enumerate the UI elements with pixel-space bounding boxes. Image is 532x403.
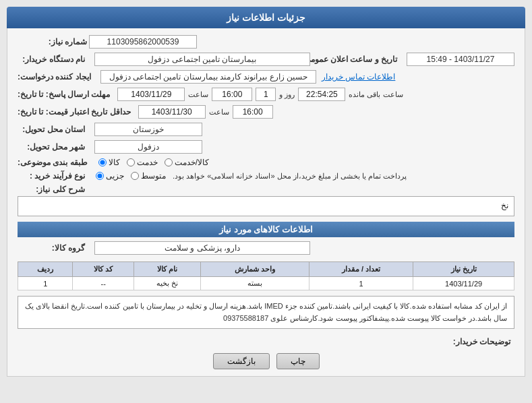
kala-khadamat-label: کالا/خدمت <box>175 158 209 167</box>
ijad-label: ایجاد کننده درخواست: <box>18 72 91 82</box>
shomara-niaz-value: 1103095862000539 <box>89 35 197 49</box>
sharh-label: شرح کلی نیاز: <box>18 185 85 194</box>
cell-tarikh-niaz: 1403/11/29 <box>413 277 514 290</box>
col-kod-kala: کد کالا <box>73 262 134 277</box>
kala-table: تاریخ نیاز تعداد / مقدار واحد شمارش نام … <box>18 261 514 290</box>
col-tedad: تعداد / مقدار <box>309 262 413 277</box>
radio-jozyi[interactable]: جزیی <box>96 171 124 181</box>
shomara-niaz-label: شماره نیاز: <box>20 37 87 46</box>
ijad-link[interactable]: اطلاعات تماس خریدار <box>322 72 396 82</box>
tabaghe-label: طبقه بندی موضوعی: <box>18 158 88 167</box>
group-kala-label: گروه کالا: <box>18 243 85 253</box>
tarikh-ersal-saat: 16:00 <box>212 88 252 101</box>
hadaghall-saat-label: ساعت <box>209 108 229 117</box>
hadaghall-date: 1403/11/30 <box>138 105 206 119</box>
nam-dastgah-value: بیمارستان تامین اجتماعی دزفول <box>94 53 310 66</box>
notice-text: از ایران کد مشابه استفاده شده.کالا با کی… <box>18 296 514 329</box>
now-farayand-label: نوع فرآیند خرید : <box>18 171 85 181</box>
tarikh-ersal-date: 1403/11/29 <box>117 88 185 101</box>
tarikh-ersal-rooz: 1 <box>256 88 276 101</box>
radio-jozyi-input[interactable] <box>96 172 104 180</box>
radio-motevaset-input[interactable] <box>131 172 139 180</box>
rooz-label: روز و <box>279 90 295 99</box>
now-farayand-desc: پرداخت تمام یا بخشی از مبلغ خرید،از محل … <box>173 172 407 181</box>
cell-kod-kala: -- <box>73 277 134 290</box>
hadaghall-label: حداقل تاریخ اعتبار قیمت: تا تاریخ: <box>18 107 131 117</box>
sharh-value: نخ <box>18 196 514 216</box>
col-nam-kala: نام کالا <box>134 262 200 277</box>
btn-chap[interactable]: چاپ <box>276 353 320 369</box>
kala-label: کالا <box>109 158 120 167</box>
page-title: جزئیات اطلاعات نیاز <box>7 7 525 28</box>
group-kala-value: دارو، پزشکی و سلامت <box>94 241 310 255</box>
tarikh-ersal-remaining: 22:54:25 <box>298 88 345 101</box>
jozyi-label: جزیی <box>106 171 124 181</box>
radio-khadamat-input[interactable] <box>127 158 135 166</box>
radio-motevaset[interactable]: متوسط <box>131 171 166 181</box>
radio-kala-input[interactable] <box>98 158 107 166</box>
col-vahed: واحد شمارش <box>201 262 309 277</box>
radio-kala-khadamat[interactable]: کالا/خدمت <box>165 158 209 167</box>
khadamat-label: خدمت <box>137 158 158 167</box>
cell-radif: 1 <box>18 277 73 290</box>
btn-bazgasht[interactable]: بازگشت <box>213 353 270 369</box>
tarikh-elan-value: 1403/11/27 - 15:49 <box>407 53 514 66</box>
col-tarikh-niaz: تاریخ نیاز <box>413 262 514 277</box>
cell-vahed: بسته <box>201 277 309 290</box>
radio-kala-khadamat-input[interactable] <box>165 158 173 166</box>
buyer-notes-row: توضیحات خریدار: <box>18 334 514 346</box>
radio-kala[interactable]: کالا <box>98 158 120 167</box>
table-row: 1403/11/29 1 بسته نخ بخیه -- 1 <box>18 277 514 290</box>
tarikh-ersal-label: مهلت ارسال پاسخ: تا تاریخ: <box>18 90 110 99</box>
remaining-label: ساعت باقی مانده <box>349 90 403 99</box>
shahr-label: شهر محل تحویل: <box>18 142 85 152</box>
saat-label: ساعت <box>188 90 208 99</box>
ostan-label: استان محل تحویل: <box>18 125 85 134</box>
section-kalahai-title: اطلاعات کالاهای مورد نیاز <box>18 222 514 237</box>
radio-khadamat[interactable]: خدمت <box>127 158 158 167</box>
cell-nam-kala: نخ بخیه <box>134 277 200 290</box>
motevaset-label: متوسط <box>141 171 166 181</box>
tarikh-elan-label: تاریخ و ساعت اعلان عمومی: <box>316 55 397 64</box>
ijad-value: حسین زارع بیرانوند کارمند بیمارستان تامی… <box>100 70 316 84</box>
nam-dastgah-label: نام دستگاه خریدار: <box>18 55 85 64</box>
cell-tedad: 1 <box>309 277 413 290</box>
shahr-value: دزفول <box>94 140 202 154</box>
tazvihat-label: توضیحات خریدار: <box>453 334 510 346</box>
hadaghall-saat: 16:00 <box>233 105 273 119</box>
ostan-value: خوزستان <box>94 123 202 136</box>
col-radif: ردیف <box>18 262 73 277</box>
